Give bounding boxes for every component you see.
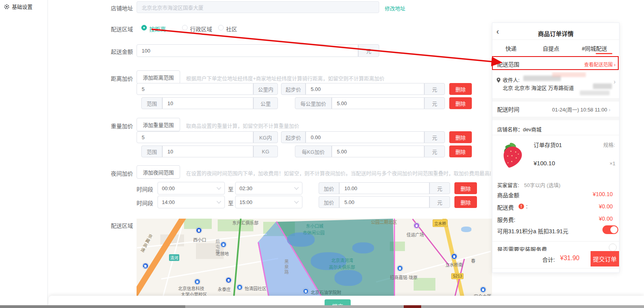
building-icon [220, 242, 226, 248]
weight-range-input[interactable] [137, 131, 253, 143]
service-fee-label: 服务费: [497, 215, 515, 223]
map-label: 东升汇俱乐部 [232, 219, 258, 226]
school-icon [194, 279, 200, 285]
total-label: 合计: [542, 255, 555, 263]
delivery-fee-label: 配送费 [497, 203, 514, 211]
edit-address-link[interactable]: 修改地址 [385, 4, 405, 12]
night-price-unit2: 元 [429, 196, 450, 208]
weight-fee-hint: 取商品设置的重量计算，如留空则不计算重量加价 [186, 122, 439, 129]
recipient-label: 收件人: [503, 76, 520, 83]
night-from-value2: 14:00 [162, 199, 175, 205]
radio-admin-region[interactable] [182, 25, 188, 30]
building-icon [303, 288, 309, 294]
per-kg-prefix: 每KG加价 [295, 145, 332, 157]
night-to-value2: 15:00 [239, 199, 253, 205]
water-patch [461, 227, 471, 232]
store-name: 店铺名称：dev商城 [497, 125, 541, 133]
delivery-settings-page: 基础设置 店铺地址 修改地址 配送区域 按距离 行政区域 社区 起送金额 元 距… [0, 0, 644, 308]
night-price-prefix2: 加价 [319, 196, 339, 208]
info-icon[interactable]: ! [519, 204, 524, 209]
distance-range-input[interactable] [137, 83, 253, 95]
tab-pickup[interactable]: 自提点 [543, 44, 559, 52]
buyer-remark-input[interactable]: 50字以内 (选填) [524, 181, 560, 189]
redacted-address [593, 83, 612, 89]
scrollbar-thumb[interactable] [0, 305, 185, 308]
delete-weight-row2-button[interactable]: 删除 [449, 145, 472, 157]
delete-distance-row-button[interactable]: 删除 [449, 83, 472, 95]
add-night-range-button[interactable]: 添加夜间范围 [137, 165, 180, 179]
map-label: 西小口 [193, 236, 206, 243]
tab-city-delivery[interactable]: #同城配送 [582, 44, 607, 52]
night-fee-hint: 在设置的夜间时间范围内下单，加收费用！如留空，则不计算夜间加价。当配送时间与多个… [186, 169, 491, 177]
map-label: 北京信息科技 [178, 285, 204, 291]
delivery-time-text: 01-24(周一) 10:58 11:00 [552, 107, 607, 113]
map-label: 怡清园社区 [245, 285, 266, 291]
delete-weight-row-button[interactable]: 删除 [449, 131, 472, 143]
weight-fee-label: 重量加价 [111, 122, 133, 130]
radio-by-distance[interactable] [141, 25, 147, 30]
range-prefix: 范围 [141, 97, 162, 109]
weight-base-price-input[interactable] [306, 131, 424, 143]
product-qty: ×1 [610, 161, 616, 166]
divider [492, 135, 619, 135]
divider [492, 268, 619, 268]
metro-station-icon [196, 227, 202, 233]
map-label: 黑泉路 [283, 259, 289, 275]
weight-range2-input[interactable] [162, 145, 253, 157]
per-kg-price-unit: 元 [424, 145, 445, 157]
distance-range-unit: 公里内 [253, 83, 278, 95]
gear-icon [4, 4, 9, 9]
delete-distance-row2-button[interactable]: 删除 [449, 97, 472, 109]
delete-night-row-button[interactable]: 删除 [454, 182, 477, 194]
sidebar-item-label: 基础设置 [12, 3, 32, 10]
delete-night-row2-button[interactable]: 删除 [454, 196, 477, 208]
store-address-input[interactable] [137, 1, 379, 13]
map-label: 佳运广场 [407, 231, 424, 238]
map-label: 北京石油学院附 [311, 289, 341, 295]
product-spec: 规格: [603, 141, 615, 148]
sidebar-item-basic-settings[interactable]: 基础设置 [4, 3, 32, 10]
redacted-smudge [552, 72, 586, 77]
map-label: S213 [451, 273, 464, 279]
recipient-address: 北京 北京市 海淀区 万寿路街道 [503, 84, 574, 91]
points-deduction-label: 可用31.91积分a 抵扣31.91元 [497, 227, 568, 235]
points-toggle[interactable] [602, 225, 618, 234]
radio-community-label[interactable]: 社区 [226, 25, 237, 33]
night-price-input2[interactable] [339, 196, 429, 208]
delivery-area-map[interactable]: 东升汇俱乐部 公园二期北区 立水桥 东小口城 市休闲公园 西小口 佳运广场 北领… [137, 219, 492, 297]
radio-community[interactable] [218, 25, 224, 30]
map-label: 市休闲公园 [303, 229, 325, 236]
night-price-unit: 元 [429, 182, 450, 194]
weight-range-unit: KG内 [253, 131, 278, 143]
radio-admin-region-label[interactable]: 行政区域 [190, 25, 212, 33]
night-from-select[interactable]: 00:00 [158, 182, 225, 195]
map-label: 公园二期北区 [371, 219, 397, 225]
delivery-time-value[interactable]: 01-24(周一) 10:58 11:00 › [526, 106, 610, 113]
view-delivery-range-link[interactable]: 查看配送范围 › [562, 61, 616, 68]
add-weight-range-button[interactable]: 添加重量范围 [137, 118, 180, 131]
weight-range2-unit: KG [253, 145, 278, 157]
chevron-right-icon: › [614, 62, 616, 68]
building-icon [237, 284, 243, 290]
night-from-select2[interactable]: 14:00 [158, 196, 225, 208]
night-price-input[interactable] [339, 182, 429, 194]
base-price-input[interactable] [306, 83, 424, 95]
per-km-price-input[interactable] [332, 97, 424, 109]
install-service-toggle[interactable] [609, 244, 617, 251]
section-gap [492, 98, 619, 102]
map-label: 北京清河湾 [331, 257, 353, 263]
add-distance-range-button[interactable]: 添加距离范围 [137, 70, 180, 84]
tab-express[interactable]: 快递 [505, 44, 517, 52]
map-label: 京藏高速 [139, 232, 154, 253]
min-amount-input[interactable] [137, 44, 358, 57]
night-to-select[interactable]: 02:30 [235, 182, 302, 195]
section-gap [492, 117, 619, 120]
radio-by-distance-label[interactable]: 按距离 [149, 25, 166, 33]
per-kg-price-input[interactable] [332, 145, 424, 157]
distance-range2-input[interactable] [162, 97, 253, 109]
delivery-time-label: 配送时间 [497, 105, 519, 113]
delivery-area-label: 配送区域 [111, 25, 133, 33]
submit-order-button[interactable]: 提交订单 [591, 251, 619, 266]
night-to-select2[interactable]: 15:00 [235, 196, 302, 208]
chevron-right-icon[interactable]: › [614, 78, 616, 85]
